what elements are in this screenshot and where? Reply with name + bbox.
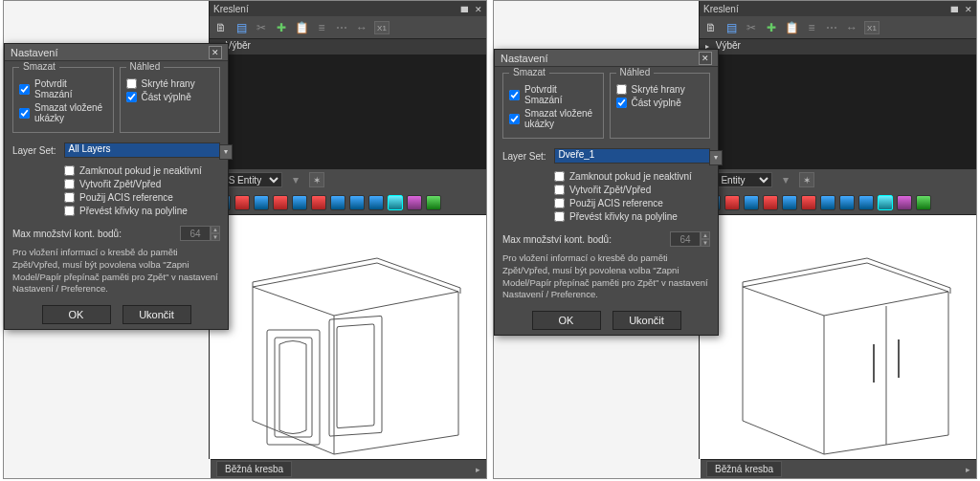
cancel-button[interactable]: Ukončit xyxy=(612,311,681,330)
cube-icon[interactable] xyxy=(801,195,816,210)
cube-icon[interactable] xyxy=(407,195,422,210)
group-preview-legend: Náhled xyxy=(126,61,165,72)
cube-icon[interactable] xyxy=(368,195,384,210)
selection-bar[interactable]: Výběr xyxy=(699,39,976,55)
cube-icon[interactable] xyxy=(273,195,288,210)
hidden-edges-checkbox[interactable] xyxy=(126,78,137,89)
cube-icon[interactable] xyxy=(724,195,740,210)
cube-icon[interactable] xyxy=(878,195,893,210)
add-icon[interactable]: ✚ xyxy=(764,20,779,35)
close-icon[interactable]: ✕ xyxy=(475,5,482,14)
max-points-input[interactable] xyxy=(180,226,211,241)
cut-icon[interactable]: ✂ xyxy=(254,20,269,35)
curves-polyline-checkbox[interactable] xyxy=(554,211,565,222)
pin-icon[interactable]: ⯀ xyxy=(950,5,959,14)
acis-ref-checkbox[interactable] xyxy=(554,198,565,208)
star-icon[interactable]: ✶ xyxy=(309,172,324,187)
cube-icon[interactable] xyxy=(839,195,855,210)
close-icon[interactable]: ✕ xyxy=(209,46,222,59)
entity-dropdown-icon[interactable]: ▾ xyxy=(288,172,303,187)
cube-icon[interactable] xyxy=(858,195,874,210)
cube-icon[interactable] xyxy=(349,195,365,210)
viewport-dark[interactable] xyxy=(699,55,976,169)
width-icon[interactable]: ↔ xyxy=(354,20,369,35)
max-points-label: Max množství kont. bodů: xyxy=(12,229,122,239)
delete-inserted-checkbox[interactable] xyxy=(19,108,30,119)
layer-set-select[interactable]: All Layers xyxy=(64,142,220,158)
acis-ref-checkbox[interactable] xyxy=(64,192,75,203)
curves-polyline-label: Převést křivky na polyline xyxy=(569,211,678,222)
x1-badge[interactable]: X1 xyxy=(864,21,880,34)
selection-bar[interactable]: Výběr xyxy=(209,39,486,55)
status-arrow-icon[interactable]: ▸ xyxy=(476,465,480,474)
close-icon[interactable]: ✕ xyxy=(699,52,712,65)
info-text: Pro vložení informací o kresbě do paměti… xyxy=(502,252,710,301)
fill-part-checkbox[interactable] xyxy=(126,92,137,102)
layer-set-select[interactable]: Dveře_1 xyxy=(554,148,710,164)
star-icon[interactable]: ✶ xyxy=(799,172,814,187)
confirm-delete-checkbox[interactable] xyxy=(19,84,30,95)
cube-icon[interactable] xyxy=(916,195,931,210)
fill-part-checkbox[interactable] xyxy=(616,98,627,108)
new-icon[interactable]: 🗎 xyxy=(703,20,719,35)
status-tab[interactable]: Běžná kresba xyxy=(706,461,782,477)
close-icon[interactable]: ✕ xyxy=(965,5,972,14)
layers-icon[interactable]: ▤ xyxy=(724,20,739,35)
paste-icon[interactable]: 📋 xyxy=(784,20,799,35)
width-icon[interactable]: ↔ xyxy=(844,20,859,35)
hidden-edges-checkbox[interactable] xyxy=(616,84,627,95)
max-points-input[interactable] xyxy=(670,231,701,247)
toolbar: 🗎 ▤ ✂ ✚ 📋 ≡ ⋯ ↔ X1 xyxy=(700,16,976,39)
ok-button[interactable]: OK xyxy=(532,311,601,330)
ok-button[interactable]: OK xyxy=(42,305,111,324)
palette xyxy=(209,190,486,215)
lock-inactive-checkbox[interactable] xyxy=(554,171,565,182)
status-arrow-icon[interactable]: ▸ xyxy=(966,465,970,474)
status-tab[interactable]: Běžná kresba xyxy=(216,461,292,477)
add-icon[interactable]: ✚ xyxy=(274,20,289,35)
tool-icon[interactable]: ⋯ xyxy=(824,20,839,35)
delete-inserted-checkbox[interactable] xyxy=(509,114,520,124)
spin-up-icon[interactable]: ▲ xyxy=(701,231,710,239)
group-preview-legend: Náhled xyxy=(616,67,655,77)
cube-icon[interactable] xyxy=(254,195,269,210)
create-undo-checkbox[interactable] xyxy=(64,179,75,189)
cube-icon[interactable] xyxy=(744,195,759,210)
cube-icon[interactable] xyxy=(763,195,778,210)
viewport-dark[interactable] xyxy=(209,55,486,169)
cube-icon[interactable] xyxy=(820,195,835,210)
cube-icon[interactable] xyxy=(330,195,345,210)
confirm-delete-checkbox[interactable] xyxy=(509,90,520,100)
cube-icon[interactable] xyxy=(234,195,250,210)
dialog-title: Nastavení xyxy=(501,53,548,64)
cube-icon[interactable] xyxy=(311,195,326,210)
cube-icon[interactable] xyxy=(897,195,912,210)
x1-badge[interactable]: X1 xyxy=(374,21,390,34)
paste-icon[interactable]: 📋 xyxy=(294,20,309,35)
spin-down-icon[interactable]: ▼ xyxy=(211,233,220,241)
tool-icon[interactable]: ⋯ xyxy=(334,20,349,35)
drawing-canvas[interactable] xyxy=(699,215,976,459)
layers-icon[interactable]: ▤ xyxy=(234,20,249,35)
spin-up-icon[interactable]: ▲ xyxy=(211,226,220,233)
create-undo-checkbox[interactable] xyxy=(554,185,565,195)
cut-icon[interactable]: ✂ xyxy=(744,20,759,35)
confirm-delete-label: Potvrdit Smazání xyxy=(524,84,597,105)
drawing-canvas[interactable] xyxy=(209,215,486,459)
spin-down-icon[interactable]: ▼ xyxy=(701,239,710,247)
cube-icon[interactable] xyxy=(782,195,797,210)
cube-icon[interactable] xyxy=(426,195,441,210)
lock-inactive-checkbox[interactable] xyxy=(64,165,75,176)
align-icon[interactable]: ≡ xyxy=(804,20,819,35)
cube-icon[interactable] xyxy=(292,195,307,210)
settings-dialog: Nastavení ✕ Smazat Potvrdit Smazání Smaz… xyxy=(494,49,719,336)
entity-dropdown-icon[interactable]: ▾ xyxy=(778,172,793,187)
new-icon[interactable]: 🗎 xyxy=(213,20,229,35)
curves-polyline-checkbox[interactable] xyxy=(64,206,75,216)
cube-icon[interactable] xyxy=(388,195,403,210)
group-delete-legend: Smazat xyxy=(19,61,59,72)
align-icon[interactable]: ≡ xyxy=(314,20,329,35)
cancel-button[interactable]: Ukončit xyxy=(122,305,191,324)
layer-set-label: Layer Set: xyxy=(502,151,546,162)
pin-icon[interactable]: ⯀ xyxy=(460,5,469,14)
